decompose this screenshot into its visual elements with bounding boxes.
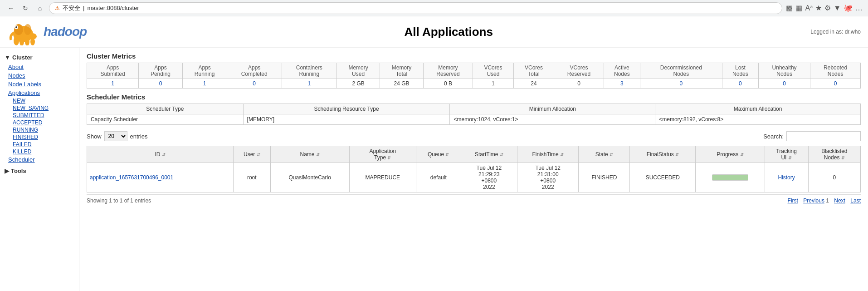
back-button[interactable]: ←: [5, 3, 16, 14]
logged-in-info: Logged in as: dr.who: [810, 29, 861, 35]
val-unhealthy-nodes[interactable]: 0: [759, 79, 810, 89]
col-id[interactable]: ID ⇵: [87, 146, 234, 163]
history-link[interactable]: History: [778, 174, 795, 181]
scheduler-metrics-table: Scheduler Type Scheduling Resource Type …: [87, 104, 861, 125]
col-lost-nodes: LostNodes: [722, 63, 758, 79]
sidebar-item-submitted[interactable]: SUBMITTED: [13, 112, 79, 119]
previous-page-btn[interactable]: Previous: [803, 197, 824, 204]
col-memory-used: MemoryUsed: [336, 63, 380, 79]
col-app-type[interactable]: ApplicationType ⇵: [349, 146, 416, 163]
grid-icon[interactable]: ▦: [795, 4, 802, 12]
sidebar-item-accepted[interactable]: ACCEPTED: [13, 119, 79, 126]
sidebar-item-new[interactable]: NEW: [13, 97, 79, 104]
sidebar: ▼ Cluster About Nodes Node Labels Applic…: [0, 48, 79, 291]
hadoop-logo: hadoop: [7, 18, 87, 45]
val-containers-running[interactable]: 1: [282, 79, 336, 89]
sidebar-item-new-saving[interactable]: NEW_SAVING: [13, 104, 79, 112]
entries-select[interactable]: 20 50 100: [104, 131, 127, 141]
cluster-metrics-row: 1 0 1 0 1 2 GB 24 GB 0 B 1 24 0 3 0 0: [87, 79, 861, 89]
hadoop-elephant-svg: [7, 18, 44, 45]
search-input[interactable]: [786, 131, 861, 141]
menu-icon[interactable]: …: [855, 4, 863, 12]
app-user-cell: root: [234, 163, 270, 192]
val-lost-nodes[interactable]: 0: [722, 79, 758, 89]
tools-section-title[interactable]: ▶ Tools: [0, 166, 79, 176]
tools-arrow-icon: ▶: [5, 168, 9, 174]
col-state[interactable]: State ⇵: [579, 146, 630, 163]
col-progress[interactable]: Progress ⇵: [696, 146, 765, 163]
val-memory-total: 24 GB: [380, 79, 423, 89]
col-containers-running: ContainersRunning: [282, 63, 336, 79]
val-decommissioned-nodes[interactable]: 0: [640, 79, 722, 89]
app-final-status-cell: SUCCEEDED: [630, 163, 696, 192]
svg-point-2: [14, 36, 19, 45]
col-tracking-ui[interactable]: TrackingUI ⇵: [765, 146, 808, 163]
val-apps-running[interactable]: 1: [182, 79, 227, 89]
app-tracking-cell[interactable]: History: [765, 163, 808, 192]
bookmark-icon[interactable]: ★: [815, 4, 822, 12]
col-blacklisted-nodes[interactable]: BlacklistedNodes ⇵: [808, 146, 860, 163]
first-page-btn[interactable]: First: [788, 197, 798, 204]
sidebar-item-killed[interactable]: KILLED: [13, 148, 79, 155]
val-vcores-reserved: 0: [554, 79, 604, 89]
sidebar-item-scheduler[interactable]: Scheduler: [0, 155, 79, 164]
hadoop-text-logo: hadoop: [44, 25, 87, 39]
pagination: First Previous 1 Next Last: [784, 197, 861, 204]
profile-icon[interactable]: 🐙: [844, 4, 853, 12]
sched-col-resource: Scheduling Resource Type: [243, 104, 450, 114]
app-id-cell[interactable]: application_1657631700496_0001: [87, 163, 234, 192]
sidebar-item-failed[interactable]: FAILED: [13, 141, 79, 148]
val-apps-completed[interactable]: 0: [227, 79, 282, 89]
val-active-nodes[interactable]: 3: [604, 79, 640, 89]
settings-icon[interactable]: ⚙: [824, 4, 831, 12]
col-vcores-used: VCoresUsed: [473, 63, 514, 79]
extension-icon[interactable]: ▼: [834, 4, 841, 12]
queue-sort-icon: ⇵: [445, 152, 449, 157]
cluster-arrow-icon: ▼: [5, 54, 10, 61]
col-decommissioned-nodes: DecommissionedNodes: [640, 63, 722, 79]
progress-bar: [712, 174, 748, 181]
url-bar[interactable]: ⚠ 不安全 | master:8088/cluster: [49, 2, 782, 14]
user-sort-icon: ⇵: [257, 152, 260, 157]
sidebar-item-node-labels[interactable]: Node Labels: [0, 80, 79, 89]
col-start-time[interactable]: StartTime ⇵: [461, 146, 517, 163]
monitor-icon[interactable]: ▩: [786, 4, 793, 12]
sched-val-max: <memory:8192, vCores:8>: [655, 114, 861, 125]
state-sort-icon: ⇵: [610, 152, 613, 157]
browser-action-icons: ▩ ▦ Aᵃ ★ ⚙ ▼ 🐙 …: [786, 4, 863, 12]
url-text: master:8088/cluster: [87, 5, 139, 11]
next-page-btn[interactable]: Next: [834, 197, 845, 204]
val-vcores-used: 1: [473, 79, 514, 89]
font-icon[interactable]: Aᵃ: [805, 4, 813, 12]
progress-sort-icon: ⇵: [740, 152, 744, 157]
table-row: application_1657631700496_0001 root Quas…: [87, 163, 861, 192]
app-start-cell: Tue Jul 1221:29:23+08002022: [461, 163, 517, 192]
val-apps-pending[interactable]: 0: [139, 79, 183, 89]
val-rebooted-nodes[interactable]: 0: [810, 79, 861, 89]
show-label: Show: [87, 133, 102, 140]
current-page: 1: [826, 197, 829, 204]
home-button[interactable]: ⌂: [34, 3, 45, 14]
last-page-btn[interactable]: Last: [850, 197, 861, 204]
security-warning-text: 不安全: [63, 4, 80, 12]
sidebar-item-finished[interactable]: FINISHED: [13, 133, 79, 141]
col-final-status[interactable]: FinalStatus ⇵: [630, 146, 696, 163]
app-state-cell: FINISHED: [579, 163, 630, 192]
show-entries-control: Show 20 50 100 entries: [87, 131, 148, 141]
val-apps-submitted[interactable]: 1: [87, 79, 139, 89]
sidebar-item-nodes[interactable]: Nodes: [0, 71, 79, 80]
col-finish-time[interactable]: FinishTime ⇵: [517, 146, 579, 163]
cluster-label: Cluster: [12, 54, 33, 61]
sidebar-item-running[interactable]: RUNNING: [13, 126, 79, 133]
col-queue[interactable]: Queue ⇵: [416, 146, 461, 163]
refresh-button[interactable]: ↻: [20, 3, 31, 14]
col-active-nodes: ActiveNodes: [604, 63, 640, 79]
sidebar-item-about[interactable]: About: [0, 63, 79, 71]
col-name[interactable]: Name ⇵: [270, 146, 349, 163]
cluster-metrics-title: Cluster Metrics: [87, 52, 861, 60]
col-vcores-reserved: VCoresReserved: [554, 63, 604, 79]
sidebar-item-applications[interactable]: Applications: [0, 89, 79, 97]
cluster-section-title[interactable]: ▼ Cluster: [0, 52, 79, 63]
app-queue-cell: default: [416, 163, 461, 192]
col-user[interactable]: User ⇵: [234, 146, 270, 163]
